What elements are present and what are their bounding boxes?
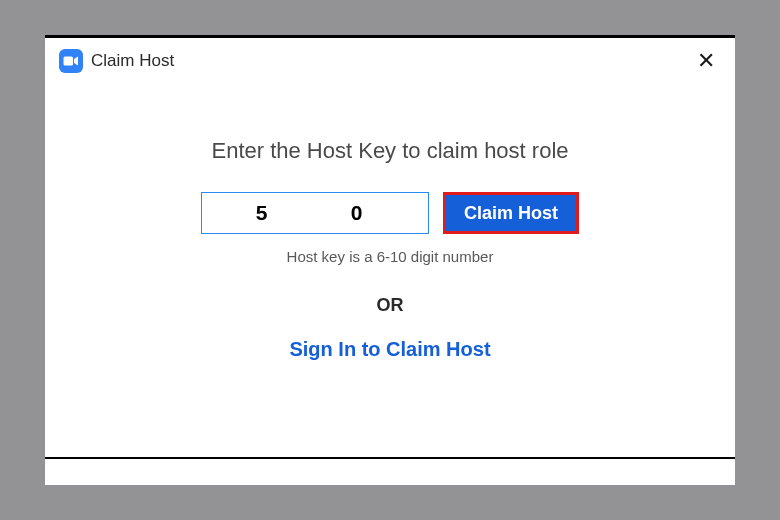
svg-rect-0 xyxy=(64,57,74,66)
claim-host-button[interactable]: Claim Host xyxy=(443,192,579,234)
input-row: Claim Host xyxy=(85,192,695,234)
signin-to-claim-link[interactable]: Sign In to Claim Host xyxy=(289,338,490,361)
zoom-app-icon xyxy=(59,49,83,73)
dialog-title: Claim Host xyxy=(91,51,174,71)
dialog-content: Enter the Host Key to claim host role Cl… xyxy=(45,86,735,381)
camera-icon xyxy=(63,55,79,67)
titlebar: Claim Host ✕ xyxy=(45,35,735,86)
close-button[interactable]: ✕ xyxy=(693,48,719,74)
headline-text: Enter the Host Key to claim host role xyxy=(85,138,695,164)
bottom-separator xyxy=(45,457,735,459)
or-separator: OR xyxy=(85,295,695,316)
host-key-input[interactable] xyxy=(201,192,429,234)
host-key-hint: Host key is a 6-10 digit number xyxy=(85,248,695,265)
titlebar-left: Claim Host xyxy=(59,49,174,73)
claim-host-dialog: Claim Host ✕ Enter the Host Key to claim… xyxy=(45,35,735,485)
